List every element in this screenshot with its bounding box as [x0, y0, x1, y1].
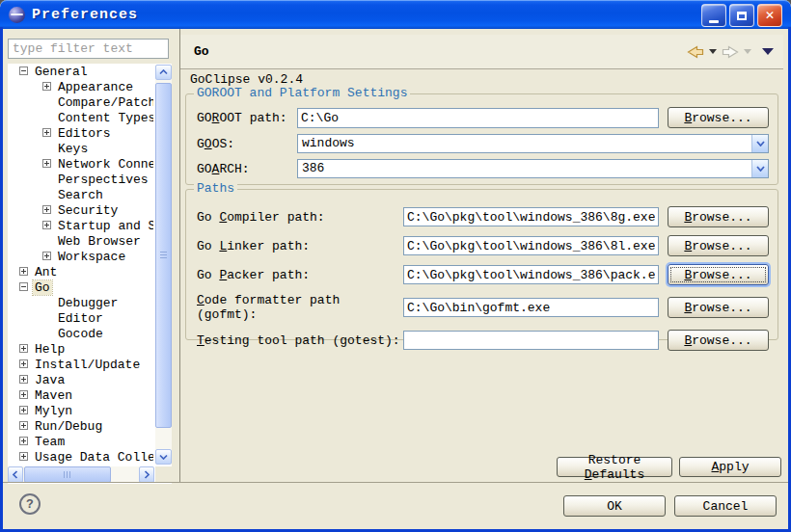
expand-icon[interactable]	[42, 159, 51, 168]
goarch-label: GOARCH:	[197, 162, 297, 176]
forward-icon[interactable]	[722, 45, 739, 59]
tree-item-maven[interactable]: Maven	[10, 388, 153, 404]
expand-icon[interactable]	[19, 437, 28, 445]
tree-item-label: Perspectives	[56, 173, 150, 187]
expand-icon[interactable]	[19, 452, 28, 461]
goos-select[interactable]: windows	[297, 134, 769, 153]
tree-item-keys[interactable]: Keys	[10, 142, 153, 157]
tree-item-install-update[interactable]: Install/Update	[10, 358, 153, 373]
tree-item-search[interactable]: Search	[10, 188, 153, 203]
preferences-tree[interactable]: GeneralAppearanceCompare/PatchContent Ty…	[10, 65, 153, 466]
question-mark-icon: ?	[26, 497, 34, 512]
tree-item-web-browser[interactable]: Web Browser	[10, 234, 153, 250]
expand-icon[interactable]	[19, 406, 28, 414]
tree-item-label: Content Types	[56, 111, 153, 125]
tree-horizontal-scrollbar[interactable]	[8, 466, 154, 483]
gofmt-browse-button[interactable]: Browse...	[668, 297, 769, 318]
tree-item-appearance[interactable]: Appearance	[10, 80, 153, 95]
expand-icon[interactable]	[19, 359, 28, 368]
expand-icon[interactable]	[42, 252, 51, 260]
scroll-down-button[interactable]	[155, 449, 172, 465]
tree-item-editors[interactable]: Editors	[10, 126, 153, 142]
cancel-button[interactable]: Cancel	[674, 495, 777, 517]
expand-icon[interactable]	[42, 221, 51, 229]
maximize-button[interactable]	[729, 4, 754, 27]
tree-connector	[42, 298, 51, 306]
help-button[interactable]: ?	[19, 493, 41, 515]
titlebar[interactable]: Preferences ✕	[0, 0, 791, 29]
tree-item-workspace[interactable]: Workspace	[10, 250, 153, 265]
tree-item-ant[interactable]: Ant	[10, 265, 153, 280]
tree-item-label: Network Connect	[56, 157, 153, 172]
filter-input[interactable]	[8, 39, 169, 59]
expand-icon[interactable]	[42, 82, 51, 91]
expand-icon[interactable]	[42, 128, 51, 137]
scroll-left-button[interactable]	[8, 466, 23, 483]
tree-item-label: Mylyn	[33, 404, 74, 418]
tree-item-general[interactable]: General	[10, 65, 153, 80]
close-button[interactable]: ✕	[757, 4, 782, 27]
goos-label: GOOS:	[197, 137, 297, 151]
minimize-button[interactable]	[701, 4, 726, 27]
paths-group: Paths Go Compiler path: Browse... Go Lin…	[185, 189, 778, 340]
collapse-icon[interactable]	[19, 282, 28, 291]
goroot-path-input[interactable]	[297, 108, 659, 128]
maximize-icon	[737, 12, 747, 20]
expand-icon[interactable]	[19, 375, 28, 384]
tree-item-java[interactable]: Java	[10, 373, 153, 388]
tree-item-debugger[interactable]: Debugger	[10, 296, 153, 311]
compiler-browse-button[interactable]: Browse...	[668, 206, 769, 227]
gofmt-path-input[interactable]	[403, 298, 659, 317]
forward-dropdown-icon[interactable]	[744, 49, 751, 54]
ok-button[interactable]: OK	[563, 495, 666, 517]
scroll-right-button[interactable]	[139, 466, 154, 483]
gotest-path-row: Testing tool path (gotest): Browse...	[197, 330, 769, 351]
linker-browse-button[interactable]: Browse...	[668, 235, 769, 256]
tree-item-content-types[interactable]: Content Types	[10, 111, 153, 126]
tree-item-startup-and-shu[interactable]: Startup and Shu	[10, 219, 153, 234]
vertical-scroll-thumb[interactable]	[155, 83, 172, 428]
goarch-select[interactable]: 386	[297, 159, 769, 178]
tree-connector	[42, 313, 51, 322]
tree-item-usage-data-collect[interactable]: Usage Data Collect	[10, 450, 153, 466]
packer-browse-button[interactable]: Browse...	[668, 264, 769, 285]
scroll-up-button[interactable]	[155, 65, 172, 80]
tree-item-run-debug[interactable]: Run/Debug	[10, 419, 153, 435]
collapse-icon[interactable]	[19, 66, 28, 75]
goroot-browse-button[interactable]: Browse...	[668, 107, 769, 128]
goarch-dropdown-arrow[interactable]	[751, 160, 768, 177]
tree-item-editor[interactable]: Editor	[10, 311, 153, 327]
page-title: Go	[194, 44, 209, 59]
gotest-path-input[interactable]	[403, 331, 659, 350]
back-icon[interactable]	[687, 45, 704, 59]
horizontal-scroll-thumb[interactable]	[24, 466, 111, 483]
panel-divider[interactable]	[179, 29, 180, 482]
tree-item-mylyn[interactable]: Mylyn	[10, 404, 153, 419]
restore-defaults-button[interactable]: Restore Defaults	[557, 457, 672, 477]
expand-icon[interactable]	[42, 205, 51, 214]
apply-button[interactable]: Apply	[679, 457, 781, 477]
tree-item-team[interactable]: Team	[10, 435, 153, 450]
packer-path-input[interactable]	[403, 265, 659, 284]
eclipse-icon	[9, 7, 25, 23]
expand-icon[interactable]	[19, 421, 28, 430]
tree-item-compare-patch[interactable]: Compare/Patch	[10, 95, 153, 111]
tree-item-label: Team	[33, 435, 67, 449]
expand-icon[interactable]	[19, 344, 28, 353]
tree-item-help[interactable]: Help	[10, 342, 153, 358]
tree-item-network-connect[interactable]: Network Connect	[10, 157, 153, 173]
linker-path-input[interactable]	[403, 236, 659, 255]
goos-dropdown-arrow[interactable]	[751, 135, 768, 152]
tree-item-gocode[interactable]: Gocode	[10, 327, 153, 342]
tree-item-security[interactable]: Security	[10, 203, 153, 219]
tree-item-go[interactable]: Go	[10, 280, 153, 296]
tree-item-perspectives[interactable]: Perspectives	[10, 173, 153, 188]
gotest-browse-button[interactable]: Browse...	[668, 330, 769, 351]
expand-icon[interactable]	[19, 267, 28, 276]
chevron-up-icon	[159, 69, 168, 75]
tree-vertical-scrollbar[interactable]	[155, 65, 172, 465]
back-dropdown-icon[interactable]	[709, 49, 717, 54]
compiler-path-input[interactable]	[403, 207, 659, 226]
expand-icon[interactable]	[19, 390, 28, 399]
view-menu-icon[interactable]	[762, 48, 774, 55]
